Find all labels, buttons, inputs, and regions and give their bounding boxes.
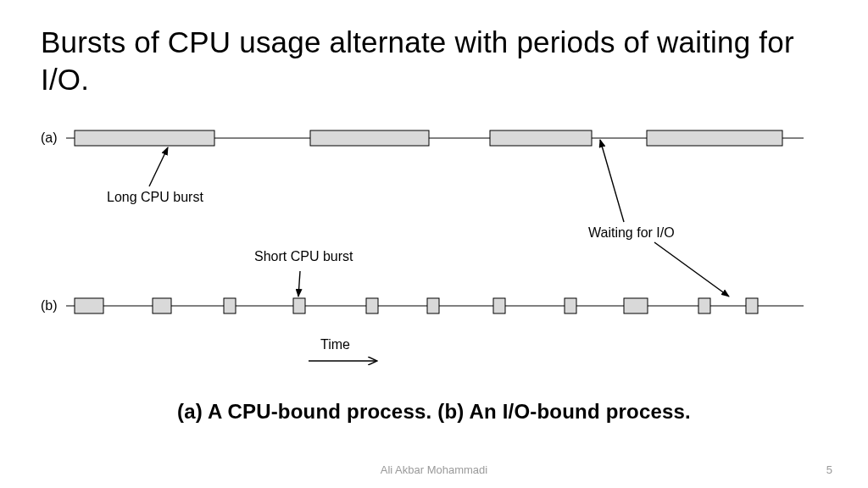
cpu-burst-b-10: [746, 298, 758, 313]
cpu-burst-a-3: [647, 130, 782, 146]
cpu-burst-b-2: [224, 298, 236, 313]
footer-author: Ali Akbar Mohammadi: [0, 463, 868, 476]
cpu-burst-b-3: [293, 298, 305, 313]
burst-diagram: (a)(b)Long CPU burstWaiting for I/OShort…: [41, 114, 827, 385]
cpu-burst-b-1: [153, 298, 171, 313]
diagram-caption: (a) A CPU-bound process. (b) An I/O-boun…: [41, 400, 827, 424]
cpu-burst-b-8: [624, 298, 648, 313]
arrow-short-burst: [298, 271, 300, 297]
cpu-burst-b-7: [565, 298, 576, 313]
arrow-long-burst: [149, 147, 168, 186]
cpu-burst-a-2: [490, 130, 592, 146]
cpu-burst-a-0: [75, 130, 214, 146]
page-number: 5: [826, 463, 832, 476]
label-waiting-io: Waiting for I/O: [588, 225, 675, 240]
cpu-burst-b-6: [493, 298, 505, 313]
cpu-burst-b-0: [75, 298, 103, 313]
arrow-waiting-io-b: [654, 242, 729, 297]
arrow-waiting-io-a: [600, 140, 624, 222]
cpu-burst-b-9: [698, 298, 710, 313]
cpu-burst-a-1: [310, 130, 429, 146]
time-label: Time: [320, 337, 350, 352]
cpu-burst-b-4: [366, 298, 378, 313]
row-b-label: (b): [41, 298, 58, 313]
slide-title: Bursts of CPU usage alternate with perio…: [41, 24, 827, 98]
slide: Bursts of CPU usage alternate with perio…: [0, 0, 868, 488]
row-a-label: (a): [41, 130, 58, 145]
label-long-burst: Long CPU burst: [107, 190, 203, 204]
diagram-container: (a)(b)Long CPU burstWaiting for I/OShort…: [41, 114, 827, 388]
cpu-burst-b-5: [427, 298, 439, 313]
label-short-burst: Short CPU burst: [254, 249, 353, 263]
